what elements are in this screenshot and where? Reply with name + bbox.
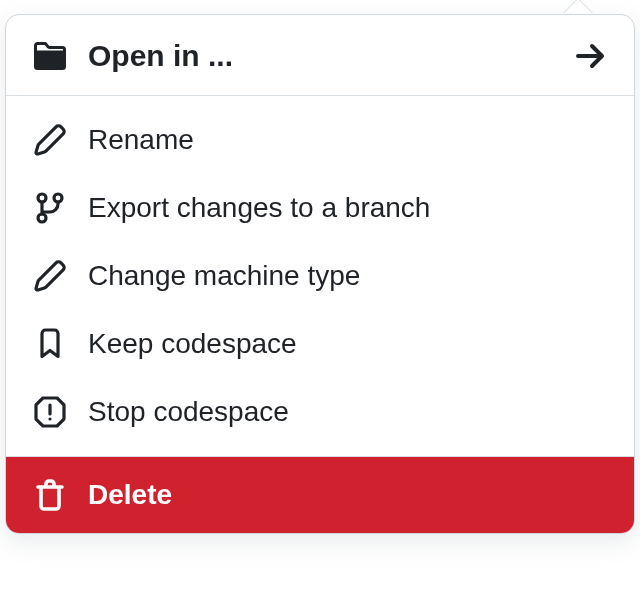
open-in-item[interactable]: Open in ...	[6, 15, 634, 95]
rename-label: Rename	[88, 124, 194, 156]
git-branch-icon	[34, 192, 66, 224]
folder-open-icon	[34, 40, 66, 72]
export-branch-label: Export changes to a branch	[88, 192, 430, 224]
stop-icon	[34, 396, 66, 428]
keep-codespace-item[interactable]: Keep codespace	[6, 310, 634, 378]
stop-codespace-item[interactable]: Stop codespace	[6, 378, 634, 446]
actions-section: Rename Export changes to a branch Change…	[6, 96, 634, 456]
keep-codespace-label: Keep codespace	[88, 328, 297, 360]
trash-icon	[34, 479, 66, 511]
export-branch-item[interactable]: Export changes to a branch	[6, 174, 634, 242]
pencil-icon	[34, 260, 66, 292]
delete-label: Delete	[88, 479, 172, 511]
arrow-right-icon	[574, 40, 606, 72]
delete-item[interactable]: Delete	[6, 457, 634, 533]
change-machine-label: Change machine type	[88, 260, 360, 292]
codespace-actions-menu: Open in ... Rename Export changes to a b…	[5, 14, 635, 534]
stop-codespace-label: Stop codespace	[88, 396, 289, 428]
open-in-label: Open in ...	[88, 39, 552, 73]
change-machine-item[interactable]: Change machine type	[6, 242, 634, 310]
rename-item[interactable]: Rename	[6, 106, 634, 174]
bookmark-icon	[34, 328, 66, 360]
pencil-icon	[34, 124, 66, 156]
